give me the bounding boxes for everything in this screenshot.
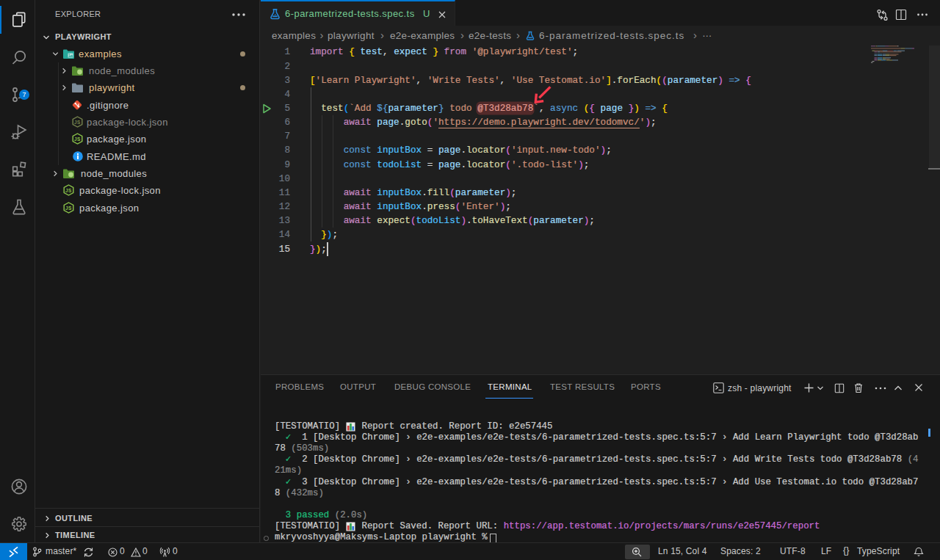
svg-text:JS: JS <box>65 188 72 193</box>
svg-text:JS: JS <box>74 137 81 142</box>
svg-text:JS: JS <box>65 205 72 210</box>
svg-text:JS: JS <box>74 120 81 125</box>
